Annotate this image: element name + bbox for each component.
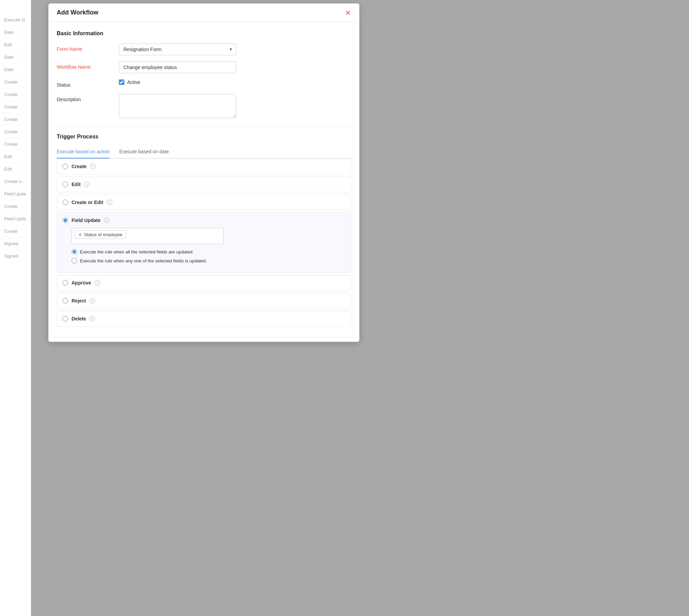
status-control: Active bbox=[119, 79, 236, 85]
sidebar-item-14[interactable]: Field Upda bbox=[0, 188, 31, 200]
trigger-edit-radio[interactable] bbox=[63, 182, 68, 187]
trigger-option-reject: Reject i bbox=[57, 293, 351, 309]
form-name-label: Form Name bbox=[57, 44, 119, 52]
description-input[interactable] bbox=[119, 94, 236, 118]
trigger-create-or-edit-radio[interactable] bbox=[63, 200, 68, 205]
sidebar-item-17[interactable]: Create bbox=[0, 225, 31, 238]
trigger-option-reject-header: Reject i bbox=[57, 293, 351, 308]
status-active-label: Active bbox=[127, 79, 140, 85]
modal-overlay: Add Workflow ✕ Basic Information Form Na… bbox=[31, 0, 689, 616]
trigger-option-field-update-header: Field Update i bbox=[57, 213, 351, 228]
trigger-option-field-update: Field Update i ✕ Status of employee bbox=[57, 212, 351, 273]
sidebar-item-1[interactable]: Date bbox=[0, 26, 31, 39]
status-checkbox-row: Active bbox=[119, 79, 236, 85]
form-name-select[interactable]: Resignation Form bbox=[119, 44, 236, 55]
rule-all-label: Execute the rule when all the selected f… bbox=[80, 249, 194, 254]
workflow-name-control bbox=[119, 61, 236, 73]
trigger-option-delete-header: Delete i bbox=[57, 311, 351, 326]
form-name-control: Resignation Form ▼ bbox=[119, 44, 236, 55]
sidebar-item-8[interactable]: Create bbox=[0, 113, 31, 126]
edit-info-icon[interactable]: i bbox=[84, 182, 89, 187]
status-row: Status Active bbox=[57, 79, 351, 88]
sidebar-item-0[interactable]: Execute O bbox=[0, 14, 31, 26]
field-tag-status-of-employee: ✕ Status of employee bbox=[75, 230, 126, 239]
workflow-name-row: Workflow Name bbox=[57, 61, 351, 73]
add-workflow-modal: Add Workflow ✕ Basic Information Form Na… bbox=[48, 3, 359, 342]
trigger-delete-label: Delete bbox=[72, 316, 86, 321]
trigger-delete-radio[interactable] bbox=[63, 316, 68, 321]
field-tag-remove-icon[interactable]: ✕ bbox=[78, 232, 82, 237]
sidebar-item-4[interactable]: Date bbox=[0, 64, 31, 76]
sidebar-item-10[interactable]: Create bbox=[0, 138, 31, 151]
trigger-options: Create i Edit i bbox=[57, 158, 351, 327]
trigger-process-title: Trigger Process bbox=[57, 134, 351, 140]
sidebar-item-18[interactable]: Signed bbox=[0, 238, 31, 250]
trigger-approve-label: Approve bbox=[72, 280, 91, 286]
delete-info-icon[interactable]: i bbox=[89, 316, 95, 321]
sidebar-item-6[interactable]: Create bbox=[0, 88, 31, 101]
trigger-field-update-label: Field Update bbox=[72, 218, 101, 223]
trigger-edit-label: Edit bbox=[72, 182, 81, 187]
sidebar: Execute O Date Edit Date Date Create Cre… bbox=[0, 0, 31, 616]
sidebar-item-12[interactable]: Edit bbox=[0, 163, 31, 175]
sidebar-item-16[interactable]: Field Upda bbox=[0, 213, 31, 225]
reject-info-icon[interactable]: i bbox=[89, 298, 95, 304]
sidebar-item-7[interactable]: Create bbox=[0, 101, 31, 113]
trigger-field-update-radio[interactable] bbox=[63, 218, 68, 223]
trigger-tabs: Execute based on action Execute based on… bbox=[57, 145, 351, 158]
trigger-option-create-or-edit: Create or Edit i bbox=[57, 194, 351, 210]
form-name-select-wrapper: Resignation Form ▼ bbox=[119, 44, 236, 55]
modal-header: Add Workflow ✕ bbox=[48, 3, 359, 22]
trigger-option-create-or-edit-header: Create or Edit i bbox=[57, 195, 351, 210]
trigger-create-label: Create bbox=[72, 164, 87, 169]
sidebar-item-13[interactable]: Create or E bbox=[0, 175, 31, 188]
sidebar-item-15[interactable]: Create bbox=[0, 200, 31, 213]
trigger-reject-label: Reject bbox=[72, 298, 86, 304]
trigger-option-edit-header: Edit i bbox=[57, 177, 351, 192]
create-or-edit-info-icon[interactable]: i bbox=[107, 200, 112, 205]
sidebar-item-2[interactable]: Edit bbox=[0, 39, 31, 51]
modal-footer: Save Cancel bbox=[48, 337, 359, 342]
rule-all-radio[interactable] bbox=[72, 249, 77, 254]
sidebar-item-19[interactable]: Signed bbox=[0, 250, 31, 262]
workflow-name-input[interactable] bbox=[119, 61, 236, 73]
trigger-approve-radio[interactable] bbox=[63, 280, 68, 286]
trigger-option-approve: Approve i bbox=[57, 275, 351, 291]
field-input-area[interactable]: ✕ Status of employee bbox=[72, 228, 224, 244]
trigger-create-or-edit-label: Create or Edit bbox=[72, 200, 103, 205]
rule-option-any: Execute the rule when any one of the sel… bbox=[72, 258, 345, 263]
description-row: Description bbox=[57, 94, 351, 119]
sidebar-item-5[interactable]: Create bbox=[0, 76, 31, 88]
sidebar-item-11[interactable]: Edit bbox=[0, 151, 31, 163]
tab-execute-based-on-action[interactable]: Execute based on action bbox=[57, 145, 110, 158]
rule-options: Execute the rule when all the selected f… bbox=[72, 249, 345, 263]
status-checkbox[interactable] bbox=[119, 79, 124, 85]
field-update-info-icon[interactable]: i bbox=[104, 218, 110, 223]
basic-info-section: Basic Information Form Name Resignation … bbox=[57, 30, 351, 119]
trigger-process-section: Trigger Process Execute based on action … bbox=[57, 134, 351, 327]
field-tag-label: Status of employee bbox=[84, 232, 122, 237]
sidebar-item-3[interactable]: Date bbox=[0, 51, 31, 64]
tab-execute-based-on-date[interactable]: Execute based on date bbox=[119, 145, 169, 158]
trigger-option-approve-header: Approve i bbox=[57, 275, 351, 290]
field-update-content: ✕ Status of employee Execute the rule wh… bbox=[57, 228, 351, 272]
status-label: Status bbox=[57, 79, 119, 88]
sidebar-item-9[interactable]: Create bbox=[0, 126, 31, 138]
modal-body: Basic Information Form Name Resignation … bbox=[48, 22, 359, 337]
trigger-option-create-header: Create i bbox=[57, 159, 351, 174]
form-name-row: Form Name Resignation Form ▼ bbox=[57, 44, 351, 55]
description-label: Description bbox=[57, 94, 119, 102]
create-info-icon[interactable]: i bbox=[90, 164, 96, 169]
approve-info-icon[interactable]: i bbox=[95, 280, 100, 286]
modal-title: Add Workflow bbox=[57, 9, 98, 16]
rule-any-label: Execute the rule when any one of the sel… bbox=[80, 258, 207, 263]
close-button[interactable]: ✕ bbox=[345, 9, 351, 16]
rule-option-all: Execute the rule when all the selected f… bbox=[72, 249, 345, 254]
rule-any-radio[interactable] bbox=[72, 258, 77, 263]
description-control bbox=[119, 94, 236, 119]
trigger-option-edit: Edit i bbox=[57, 176, 351, 192]
workflow-name-label: Workflow Name bbox=[57, 61, 119, 70]
trigger-reject-radio[interactable] bbox=[63, 298, 68, 304]
basic-info-title: Basic Information bbox=[57, 30, 351, 37]
trigger-create-radio[interactable] bbox=[63, 164, 68, 169]
